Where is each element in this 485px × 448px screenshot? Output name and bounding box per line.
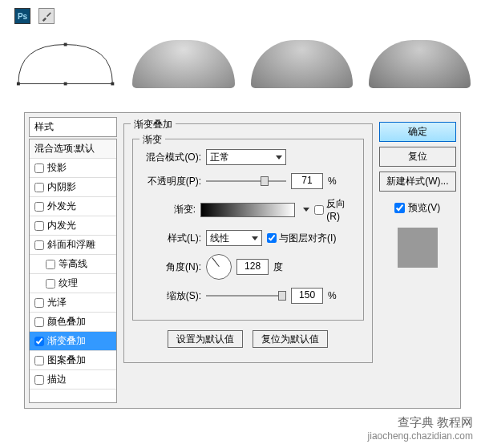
style-select[interactable]: 线性 xyxy=(206,230,262,246)
blend-mode-select[interactable]: 正常 xyxy=(206,149,286,165)
shape-path-outline xyxy=(14,40,116,88)
svg-rect-0 xyxy=(17,83,20,86)
style-inner-glow[interactable]: 内发光 xyxy=(30,216,116,236)
styles-list: 混合选项:默认 投影 内阴影 外发光 内发光 斜面和浮雕 等高线 纹理 光泽 颜… xyxy=(29,139,117,403)
style-label: 样式(L): xyxy=(141,232,201,245)
svg-rect-3 xyxy=(64,83,67,86)
style-stroke[interactable]: 描边 xyxy=(30,370,116,389)
reset-button[interactable]: 复位 xyxy=(379,147,456,167)
reset-default-button[interactable]: 复位为默认值 xyxy=(253,330,328,348)
scale-label: 缩放(S): xyxy=(141,289,201,303)
scale-input[interactable]: 150 xyxy=(291,288,323,304)
style-outer-glow[interactable]: 外发光 xyxy=(30,197,116,216)
reverse-checkbox[interactable]: 反向(R) xyxy=(314,197,355,222)
preview-swatch xyxy=(398,228,438,268)
shape-previews xyxy=(0,28,485,104)
svg-rect-1 xyxy=(64,43,67,46)
photoshop-icon: Ps xyxy=(14,8,30,24)
gradient-caret-icon[interactable] xyxy=(303,208,309,212)
set-default-button[interactable]: 设置为默认值 xyxy=(168,330,243,348)
style-bevel[interactable]: 斜面和浮雕 xyxy=(30,236,116,255)
ok-button[interactable]: 确定 xyxy=(379,122,456,142)
watermark: 查字典 教程网 jiaocheng.chazidian.com xyxy=(368,415,473,442)
style-contour[interactable]: 等高线 xyxy=(30,255,116,274)
style-satin[interactable]: 光泽 xyxy=(30,293,116,313)
scale-slider[interactable] xyxy=(206,295,286,297)
opacity-slider[interactable] xyxy=(206,180,286,182)
gradient-label: 渐变: xyxy=(141,203,196,216)
opacity-input[interactable]: 71 xyxy=(291,173,323,189)
gradient-overlay-title: 渐变叠加 xyxy=(131,118,176,131)
style-drop-shadow[interactable]: 投影 xyxy=(30,159,116,178)
angle-dial[interactable] xyxy=(206,254,232,280)
caret-down-icon xyxy=(252,236,258,240)
dome-shape-2 xyxy=(251,40,353,88)
layer-style-dialog: 样式 混合选项:默认 投影 内阴影 外发光 内发光 斜面和浮雕 等高线 纹理 光… xyxy=(24,112,461,409)
opacity-label: 不透明度(P): xyxy=(141,175,201,188)
styles-header: 样式 xyxy=(29,117,117,137)
gradient-picker[interactable] xyxy=(200,203,295,217)
gradient-inner-group: 渐变 混合模式(O): 正常 不透明度(P): 71 % 渐变: xyxy=(132,139,364,321)
angle-input[interactable]: 128 xyxy=(236,259,269,275)
preview-checkbox[interactable]: 预览(V) xyxy=(379,201,456,215)
pen-tool-icon xyxy=(38,8,55,24)
opacity-suffix: % xyxy=(328,176,337,187)
style-texture[interactable]: 纹理 xyxy=(30,274,116,293)
align-checkbox[interactable]: 与图层对齐(I) xyxy=(267,232,336,245)
blend-mode-label: 混合模式(O): xyxy=(141,151,201,164)
style-color-overlay[interactable]: 颜色叠加 xyxy=(30,313,116,332)
style-gradient-overlay[interactable]: 渐变叠加 xyxy=(30,332,116,351)
angle-label: 角度(N): xyxy=(141,260,201,274)
new-style-button[interactable]: 新建样式(W)... xyxy=(379,172,456,192)
style-inner-shadow[interactable]: 内阴影 xyxy=(30,178,116,197)
scale-suffix: % xyxy=(328,290,337,301)
dome-shape-3 xyxy=(369,40,471,88)
styles-panel: 样式 混合选项:默认 投影 内阴影 外发光 内发光 斜面和浮雕 等高线 纹理 光… xyxy=(29,117,117,404)
dome-shape-1 xyxy=(132,40,234,88)
gradient-overlay-group: 渐变叠加 渐变 混合模式(O): 正常 不透明度(P): 71 % 渐变: xyxy=(123,123,373,363)
style-pattern-overlay[interactable]: 图案叠加 xyxy=(30,351,116,370)
center-panel: 渐变叠加 渐变 混合模式(O): 正常 不透明度(P): 71 % 渐变: xyxy=(123,117,373,404)
gradient-fieldset-label: 渐变 xyxy=(139,133,165,147)
svg-rect-2 xyxy=(111,83,114,86)
angle-suffix: 度 xyxy=(273,260,283,274)
style-default[interactable]: 混合选项:默认 xyxy=(30,139,116,159)
right-panel: 确定 复位 新建样式(W)... 预览(V) xyxy=(379,117,456,404)
caret-down-icon xyxy=(276,155,282,159)
